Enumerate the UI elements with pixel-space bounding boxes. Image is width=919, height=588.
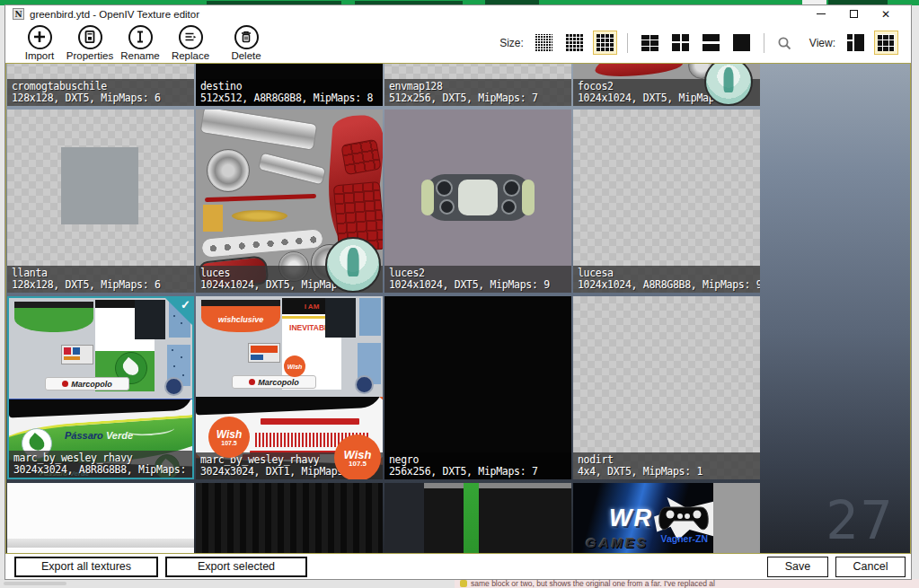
screen: same block or two, but shows the origina… (0, 0, 919, 588)
texture-tile-envmap128[interactable]: envmap128512x256, DXT5, MipMaps: 7 (384, 63, 571, 106)
rename-button[interactable]: Rename (115, 25, 165, 61)
cropped-text-mark (485, 0, 539, 4)
texture-tile-wr-games[interactable]: WR GAMES Vagner-ZN (573, 483, 760, 554)
texture-art (232, 210, 287, 222)
texture-art (464, 483, 479, 554)
size-option-large[interactable] (638, 31, 662, 55)
export-all-button[interactable]: Export all textures (14, 557, 158, 577)
close-button[interactable]: ✕ (870, 6, 902, 22)
cropped-text-mark (828, 0, 888, 4)
cropped-text-mark (207, 1, 341, 4)
footer-bar: Export all textures Export selected Save… (5, 554, 911, 579)
texture-label: marc_by_wesley_rhavy3024x3024, A8R8G8B8,… (9, 451, 192, 478)
texture-tile-unlabeled-2[interactable] (196, 483, 383, 554)
properties-button[interactable]: Properties (65, 25, 115, 61)
size-option-medium[interactable] (593, 31, 617, 55)
texture-tile-luces[interactable]: luces1024x1024, DXT5, MipMaps: 9 (196, 110, 383, 293)
texture-label: llanta128x128, DXT5, MipMaps: 6 (7, 266, 194, 293)
texture-label: destino512x512, A8R8G8B8, MipMaps: 8 (196, 79, 383, 106)
texture-tile-lucesa[interactable]: lucesa1024x1024, A8R8G8B8, MipMaps: 9 (573, 110, 760, 293)
save-button[interactable]: Save (767, 557, 828, 577)
texture-art (205, 194, 316, 202)
texture-art-banner: wishclusive (201, 300, 280, 332)
separator (627, 33, 628, 53)
maximize-button[interactable] (837, 6, 870, 22)
texture-art (203, 205, 223, 232)
texture-tile-unlabeled-3[interactable] (384, 483, 571, 554)
openiv-app-icon: N (13, 8, 24, 20)
texture-art (325, 298, 356, 338)
texture-tile-unlabeled-1[interactable] (7, 483, 194, 554)
texture-art (384, 483, 424, 554)
texture-art (359, 298, 381, 336)
texture-art (248, 343, 280, 363)
size-option-xlarge[interactable] (668, 31, 693, 55)
texture-art-shield (355, 375, 374, 394)
export-selected-button[interactable]: Export selected (165, 557, 307, 577)
texture-art-shield (164, 377, 183, 396)
cropped-text-mark (4, 582, 66, 585)
selected-check-icon (165, 298, 192, 325)
texture-tile-negro[interactable]: negro256x256, DXT5, MipMaps: 7 (384, 296, 571, 479)
texture-tile-cromogtabuschile[interactable]: cromogtabuschile128x128, DXT5, MipMaps: … (7, 63, 194, 106)
search-button[interactable] (774, 35, 794, 51)
minimize-icon (817, 13, 826, 14)
size-option-single[interactable] (729, 31, 754, 55)
size-option-small[interactable] (562, 31, 587, 55)
texture-art (340, 139, 381, 175)
toolbar-right-group: Size: View: (499, 31, 898, 55)
grid-size-small-icon (566, 34, 583, 51)
texture-tile-destino[interactable]: destino512x512, A8R8G8B8, MipMaps: 8 (196, 63, 383, 106)
texture-art (14, 302, 93, 332)
texture-label: envmap128512x256, DXT5, MipMaps: 7 (384, 79, 571, 106)
view-option-details[interactable] (844, 31, 868, 55)
texture-label: cromogtabuschile128x128, DXT5, MipMaps: … (7, 79, 194, 106)
maximize-icon (850, 10, 858, 18)
replace-button[interactable]: Replace (165, 25, 216, 61)
size-option-xxlarge[interactable] (699, 31, 723, 55)
texture-art (199, 110, 317, 151)
texture-art (61, 345, 93, 364)
grid-size-xxlarge-icon (703, 34, 720, 51)
texture-art-wish-badge: Wish 107.5 (334, 434, 381, 479)
rename-icon (128, 25, 153, 49)
cancel-button[interactable]: Cancel (835, 557, 906, 577)
texture-art (7, 539, 194, 548)
texture-art (207, 149, 250, 192)
texture-label: lucesa1024x1024, A8R8G8B8, MipMaps: 9 (573, 266, 760, 293)
texture-tile-luces2[interactable]: luces21024x1024, DXT5, MipMaps: 9 (384, 110, 571, 293)
texture-art-wr-bg: WR GAMES Vagner-ZN (573, 483, 713, 554)
delete-icon (234, 25, 259, 49)
cropped-text-mark (355, 1, 463, 4)
grid-size-xlarge-icon (672, 34, 689, 51)
texture-art (200, 228, 323, 259)
grid-size-tiny-icon (535, 34, 552, 51)
texture-tile-marc-green[interactable]: Marcopolo Pássaro Verde Pássaro (7, 296, 194, 479)
size-option-tiny[interactable] (532, 31, 556, 55)
texture-tile-focos2[interactable]: focos21024x1024, DXT5, MipMaps: 9 (573, 63, 760, 106)
texture-tile-marc-orange[interactable]: wishclusive I AM INEVITABLE Wish Ma (196, 296, 383, 479)
view-details-icon (847, 34, 864, 51)
properties-icon (78, 25, 102, 49)
view-option-grid[interactable] (874, 31, 898, 55)
texture-editor-window: N greenbird.ytd - OpenIV Texture editor … (5, 5, 911, 579)
texture-tile-nodirt[interactable]: nodirt4x4, DXT5, MipMaps: 1 (573, 296, 760, 479)
window-controls: ✕ (805, 6, 911, 22)
texture-grid: cromogtabuschile128x128, DXT5, MipMaps: … (5, 63, 911, 554)
texture-label: nodirt4x4, DXT5, MipMaps: 1 (573, 452, 760, 479)
view-label: View: (809, 37, 835, 49)
replace-icon (179, 25, 203, 49)
separator (764, 33, 764, 53)
toolbar: Import Properties Rename Replace (5, 22, 911, 63)
title-bar[interactable]: N greenbird.ytd - OpenIV Texture editor … (5, 5, 911, 22)
texture-art (425, 174, 531, 221)
minimize-button[interactable] (805, 6, 837, 22)
view-grid-icon (878, 34, 895, 51)
size-label: Size: (499, 37, 524, 49)
grid-size-large-icon (641, 34, 658, 51)
forum-page-bottom-left (0, 579, 455, 588)
delete-button[interactable]: Delete (221, 25, 271, 61)
import-button[interactable]: Import (14, 25, 65, 61)
texture-tile-llanta[interactable]: llanta128x128, DXT5, MipMaps: 6 (7, 110, 194, 293)
search-icon (776, 35, 792, 51)
